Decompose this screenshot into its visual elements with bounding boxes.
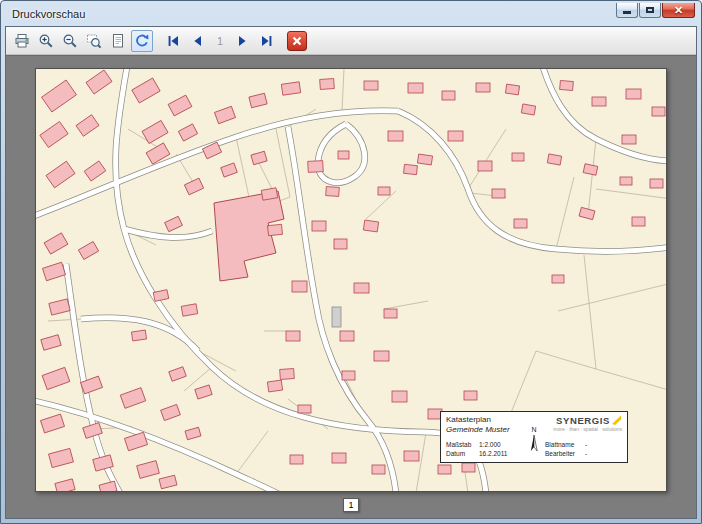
map-subtitle: Gemeinde Muster <box>446 425 523 434</box>
page-icon <box>110 33 126 49</box>
minimize-icon <box>623 11 631 14</box>
next-page-button[interactable] <box>231 30 253 52</box>
date-value: 16.2.2011 <box>479 450 523 459</box>
close-preview-icon <box>291 35 303 47</box>
zoom-window-button[interactable] <box>83 30 105 52</box>
fit-page-button[interactable] <box>107 30 129 52</box>
zoom-in-button[interactable] <box>35 30 57 52</box>
printer-icon <box>14 33 30 49</box>
sheet-value: - <box>585 441 622 450</box>
preview-toolbar: 1 <box>6 27 696 55</box>
first-page-button[interactable] <box>163 30 185 52</box>
last-page-button[interactable] <box>255 30 277 52</box>
previous-page-icon <box>190 33 206 49</box>
window-title: Druckvorschau <box>12 8 616 20</box>
titleblock-right: SYNERGIS more · than · spatial · solutio… <box>545 415 622 459</box>
logo-row: SYNERGIS <box>545 415 622 426</box>
zoom-window-icon <box>86 33 102 49</box>
scale-value: 1:2.000 <box>479 441 523 450</box>
page-tab[interactable]: 1 <box>343 498 358 512</box>
previous-page-button[interactable] <box>187 30 209 52</box>
last-page-icon <box>258 33 274 49</box>
first-page-icon <box>166 33 182 49</box>
refresh-button[interactable] <box>131 30 153 52</box>
refresh-icon <box>134 33 150 49</box>
close-preview-button[interactable] <box>287 31 307 51</box>
map-titleblock: Katasterplan Gemeinde Muster Maßstab 1:2… <box>440 411 628 463</box>
close-icon: ✕ <box>674 5 683 16</box>
maximize-button[interactable] <box>639 3 661 18</box>
print-button[interactable] <box>11 30 33 52</box>
sheet-label: Blattname <box>545 441 585 450</box>
map-title: Katasterplan <box>446 415 523 424</box>
close-button[interactable]: ✕ <box>662 3 695 18</box>
preview-area: Katasterplan Gemeinde Muster Maßstab 1:2… <box>6 55 696 518</box>
titleblock-fields-right: Blattname - Bearbeiter - <box>545 441 622 459</box>
north-arrow-icon: N <box>527 424 541 458</box>
date-label: Datum <box>446 450 479 459</box>
svg-text:N: N <box>531 426 536 433</box>
preview-page: Katasterplan Gemeinde Muster Maßstab 1:2… <box>35 68 667 492</box>
editor-value: - <box>585 450 622 459</box>
editor-label: Bearbeiter <box>545 450 585 459</box>
zoom-out-icon <box>62 33 78 49</box>
logo-swoosh-icon <box>612 415 622 426</box>
zoom-out-button[interactable] <box>59 30 81 52</box>
scale-label: Maßstab <box>446 441 479 450</box>
client-area: 1 <box>5 26 697 519</box>
synergis-logo: SYNERGIS <box>556 415 610 426</box>
titleblock-fields-left: Maßstab 1:2.000 Datum 16.2.2011 <box>446 441 523 459</box>
minimize-button[interactable] <box>616 3 638 18</box>
titlebar: Druckvorschau ✕ <box>5 1 697 26</box>
titleblock-left: Katasterplan Gemeinde Muster Maßstab 1:2… <box>446 415 523 459</box>
north-arrow: N <box>526 415 542 459</box>
print-preview-window: Druckvorschau ✕ <box>0 0 702 524</box>
next-page-icon <box>234 33 250 49</box>
window-controls: ✕ <box>616 3 695 18</box>
page-number-indicator: 1 <box>211 35 229 47</box>
maximize-icon <box>646 7 654 13</box>
logo-tagline: more · than · spatial · solutions <box>545 426 622 432</box>
zoom-in-icon <box>38 33 54 49</box>
